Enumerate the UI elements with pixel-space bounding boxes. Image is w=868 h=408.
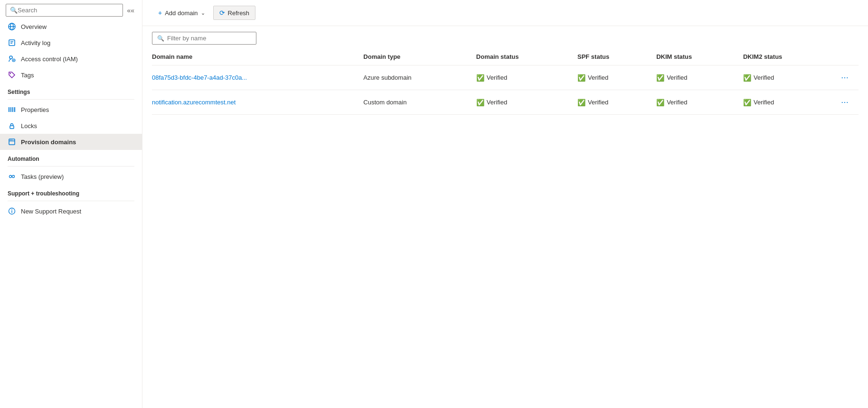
filter-input[interactable]	[167, 35, 251, 42]
add-domain-label: Add domain	[165, 9, 198, 17]
domain-status-cell-1: ✅ Verified	[476, 65, 577, 90]
domain-status-text-2: Verified	[487, 99, 507, 106]
sidebar-item-label-properties: Properties	[21, 106, 49, 113]
svg-point-18	[11, 139, 12, 140]
spf-status-badge-2: ✅ Verified	[577, 99, 651, 106]
domain-status-cell-2: ✅ Verified	[476, 90, 577, 115]
row1-more-button[interactable]: ⋯	[837, 71, 853, 84]
support-section-header: Support + troubleshooting	[0, 185, 142, 199]
chevron-down-icon: ⌄	[201, 10, 205, 16]
sidebar-item-tasks[interactable]: Tasks (preview)	[0, 168, 142, 185]
properties-icon	[8, 105, 16, 114]
sidebar-item-label-new-support: New Support Request	[21, 208, 81, 215]
col-domain-status: Domain status	[476, 48, 577, 65]
sidebar-item-locks[interactable]: Locks	[0, 118, 142, 134]
sidebar-item-provision-domains[interactable]: Provision domains	[0, 134, 142, 150]
sidebar-item-label-iam: Access control (IAM)	[21, 56, 78, 63]
collapse-sidebar-button[interactable]: ««	[125, 5, 136, 16]
domain-status-text-1: Verified	[487, 74, 507, 81]
svg-rect-11	[9, 107, 9, 112]
dkim2-check-icon-2: ✅	[743, 99, 751, 106]
settings-section: Settings Properties Locks	[0, 83, 142, 150]
sidebar-item-label-locks: Locks	[21, 122, 37, 130]
filter-input-container[interactable]: 🔍	[152, 32, 256, 45]
log-icon	[8, 38, 16, 47]
add-icon: +	[158, 9, 162, 17]
automation-divider	[8, 166, 134, 167]
dkim2-status-badge-2: ✅ Verified	[743, 99, 831, 106]
dkim-status-badge-2: ✅ Verified	[656, 99, 737, 106]
domain-link-2[interactable]: notification.azurecommtest.net	[152, 99, 236, 106]
dkim2-status-text-2: Verified	[754, 99, 774, 106]
sidebar-search-box[interactable]: 🔍	[6, 4, 123, 17]
dkim-check-icon-1: ✅	[656, 74, 664, 82]
domain-status-badge-1: ✅ Verified	[476, 74, 572, 82]
settings-divider	[8, 99, 134, 100]
sidebar-search-row: 🔍 ««	[0, 0, 142, 19]
domain-icon	[8, 138, 16, 146]
domain-type-cell-2: Custom domain	[363, 90, 476, 115]
tasks-icon	[8, 172, 16, 181]
svg-point-17	[10, 139, 11, 140]
domain-table: Domain name Domain type Domain status SP…	[152, 48, 859, 115]
sidebar: 🔍 «« Overview Ac	[0, 0, 142, 408]
domain-table-container: Domain name Domain type Domain status SP…	[142, 48, 868, 408]
domain-type-cell-1: Azure subdomain	[363, 65, 476, 90]
dkim-status-badge-1: ✅ Verified	[656, 74, 737, 82]
settings-section-header: Settings	[0, 83, 142, 97]
domain-status-badge-2: ✅ Verified	[476, 99, 572, 106]
table-row: notification.azurecommtest.net Custom do…	[152, 90, 859, 115]
filter-search-icon: 🔍	[157, 35, 164, 42]
col-domain-name: Domain name	[152, 48, 363, 65]
domain-link-1[interactable]: 08fa75d3-bfdc-4be7-a4ad-37c0a...	[152, 74, 247, 81]
lock-icon	[8, 121, 16, 130]
filter-bar: 🔍	[142, 26, 868, 48]
table-header: Domain name Domain type Domain status SP…	[152, 48, 859, 65]
svg-rect-12	[10, 107, 11, 112]
svg-point-20	[12, 176, 15, 178]
search-input[interactable]	[18, 7, 119, 14]
dkim-status-text-2: Verified	[667, 99, 687, 106]
svg-point-23	[11, 210, 12, 211]
table-body: 08fa75d3-bfdc-4be7-a4ad-37c0a... Azure s…	[152, 65, 859, 115]
row1-actions-cell: ⋯	[837, 65, 859, 90]
automation-section: Automation Tasks (preview)	[0, 150, 142, 185]
toolbar: + Add domain ⌄ ⟳ Refresh	[142, 0, 868, 26]
spf-status-text-1: Verified	[588, 74, 608, 81]
support-section: Support + troubleshooting New Support Re…	[0, 185, 142, 219]
sidebar-item-label-tasks: Tasks (preview)	[21, 173, 64, 180]
svg-point-10	[10, 73, 11, 74]
sidebar-item-activity-log[interactable]: Activity log	[0, 35, 142, 51]
sidebar-item-overview[interactable]: Overview	[0, 19, 142, 35]
sidebar-item-label-tags: Tags	[21, 72, 34, 79]
sidebar-item-new-support[interactable]: New Support Request	[0, 203, 142, 219]
svg-point-19	[9, 176, 12, 178]
sidebar-item-properties[interactable]: Properties	[0, 102, 142, 118]
refresh-label: Refresh	[228, 9, 250, 17]
sidebar-item-label-provision-domains: Provision domains	[21, 139, 76, 146]
spf-status-text-2: Verified	[588, 99, 608, 106]
svg-rect-15	[10, 126, 14, 129]
col-domain-type: Domain type	[363, 48, 476, 65]
row2-actions-cell: ⋯	[837, 90, 859, 115]
main-content: + Add domain ⌄ ⟳ Refresh 🔍 Domain name D…	[142, 0, 868, 408]
refresh-button[interactable]: ⟳ Refresh	[213, 6, 256, 20]
row2-more-button[interactable]: ⋯	[837, 96, 853, 109]
svg-point-6	[9, 56, 12, 59]
sidebar-item-access-control[interactable]: Access control (IAM)	[0, 51, 142, 67]
iam-icon	[8, 55, 16, 63]
spf-status-badge-1: ✅ Verified	[577, 74, 651, 82]
dkim2-status-cell-1: ✅ Verified	[743, 65, 837, 90]
domain-name-cell-2: notification.azurecommtest.net	[152, 90, 363, 115]
refresh-icon: ⟳	[219, 9, 225, 17]
sidebar-item-tags[interactable]: Tags	[0, 67, 142, 83]
check-icon-1: ✅	[476, 74, 484, 82]
search-icon: 🔍	[10, 7, 18, 14]
col-dkim-status: DKIM status	[656, 48, 743, 65]
spf-check-icon-1: ✅	[577, 74, 585, 82]
add-domain-button[interactable]: + Add domain ⌄	[152, 6, 211, 20]
col-dkim2-status: DKIM2 status	[743, 48, 837, 65]
spf-status-cell-1: ✅ Verified	[577, 65, 656, 90]
svg-rect-13	[12, 107, 13, 112]
table-row: 08fa75d3-bfdc-4be7-a4ad-37c0a... Azure s…	[152, 65, 859, 90]
